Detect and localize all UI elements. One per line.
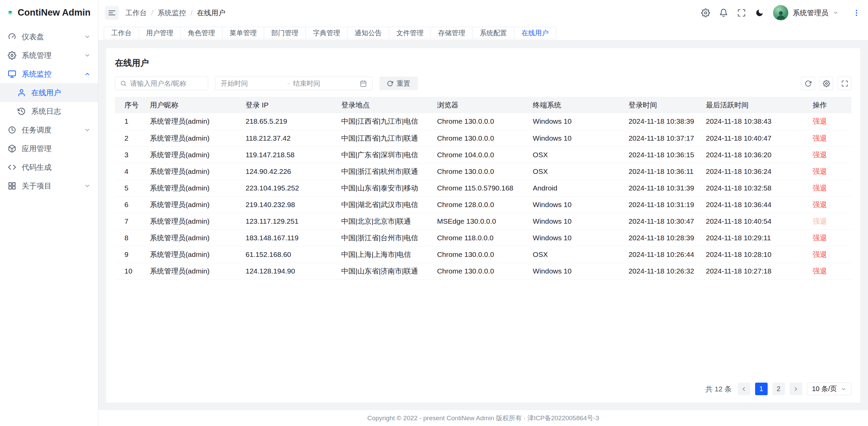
gear-icon <box>7 51 16 60</box>
user-menu[interactable]: 系统管理员 <box>773 5 839 20</box>
force-logout-link[interactable]: 强退 <box>813 167 827 175</box>
cell-login_time: 2024-11-18 10:38:39 <box>623 113 701 130</box>
force-logout-link[interactable]: 强退 <box>813 267 827 275</box>
sidebar-item-task-scheduling[interactable]: 任务调度 <box>0 121 98 139</box>
tab-系统配置[interactable]: 系统配置 <box>472 27 514 39</box>
tab-存储管理[interactable]: 存储管理 <box>431 27 473 39</box>
tab-角色管理[interactable]: 角色管理 <box>180 27 222 39</box>
force-logout-link[interactable]: 强退 <box>813 250 827 258</box>
tab-在线用户[interactable]: 在线用户 <box>514 27 556 39</box>
table-body: 1系统管理员(admin)218.65.5.219中国|江西省|九江市|电信Ch… <box>115 113 851 279</box>
sidebar-item-system-logs[interactable]: 系统日志 <box>0 102 98 121</box>
sidebar-item-online-users[interactable]: 在线用户 <box>0 83 98 102</box>
reset-button[interactable]: 重置 <box>379 77 418 90</box>
cell-no: 4 <box>115 163 144 180</box>
force-logout-link[interactable]: 强退 <box>813 234 827 242</box>
cell-os: Windows 10 <box>527 213 623 229</box>
dark-mode-button[interactable] <box>755 8 764 17</box>
tab-通知公告[interactable]: 通知公告 <box>347 27 389 39</box>
tab-部门管理[interactable]: 部门管理 <box>264 27 306 39</box>
tab-list: 工作台用户管理角色管理菜单管理部门管理字典管理通知公告文件管理存储管理系统配置在… <box>104 27 556 39</box>
moon-icon <box>755 8 764 17</box>
cell-location: 中国|湖北省|武汉市|电信 <box>336 196 432 213</box>
sidebar-item-app-management[interactable]: 应用管理 <box>0 139 98 158</box>
column-header: 最后活跃时间 <box>701 97 807 113</box>
table-refresh-button[interactable] <box>801 77 815 90</box>
breadcrumb-item[interactable]: 工作台 <box>125 8 147 18</box>
previous-page-button[interactable] <box>738 383 750 395</box>
breadcrumb-item[interactable]: 系统监控 <box>158 8 186 18</box>
tab-菜单管理[interactable]: 菜单管理 <box>222 27 264 39</box>
tab-工作台[interactable]: 工作台 <box>104 27 139 39</box>
cell-ip: 223.104.195.252 <box>240 180 336 196</box>
cell-browser: Chrome 130.0.0.0 <box>432 246 527 263</box>
sidebar-item-system-management[interactable]: 系统管理 <box>0 46 98 65</box>
table-header-row: 序号用户昵称登录 IP登录地点浏览器终端系统登录时间最后活跃时间操作 <box>115 97 851 113</box>
page-size-select[interactable]: 10 条/页 <box>807 383 851 395</box>
cell-no: 6 <box>115 196 144 213</box>
app-title: ContiNew Admin <box>18 7 91 18</box>
fullscreen-icon <box>841 80 848 87</box>
force-logout-link[interactable]: 强退 <box>813 217 827 225</box>
sidebar-item-label: 系统管理 <box>22 50 84 61</box>
cell-os: Windows 10 <box>527 229 623 246</box>
sidebar-item-dashboard[interactable]: 仪表盘 <box>0 27 98 46</box>
cell-no: 9 <box>115 246 144 263</box>
cell-os: OSX <box>527 163 623 180</box>
next-page-button[interactable] <box>790 383 802 395</box>
tab-字典管理[interactable]: 字典管理 <box>305 27 348 39</box>
cell-os: OSX <box>527 146 623 163</box>
sidebar-item-label: 任务调度 <box>22 125 84 135</box>
column-header: 登录 IP <box>240 97 336 113</box>
refresh-icon <box>387 80 393 87</box>
search-input[interactable] <box>130 80 203 87</box>
more-actions-icon[interactable] <box>852 9 861 17</box>
cell-location: 中国|浙江省|台州市|电信 <box>336 229 432 246</box>
cell-last_active: 2024-11-18 10:29:11 <box>701 229 807 246</box>
app-logo[interactable]: ContiNew Admin <box>0 0 98 25</box>
sidebar-item-system-monitor[interactable]: 系统监控 <box>0 65 98 83</box>
filter-toolbar: - 重置 <box>115 77 851 90</box>
cell-ip: 119.147.218.58 <box>240 146 336 163</box>
keyword-search <box>115 77 208 90</box>
tab-用户管理[interactable]: 用户管理 <box>139 27 181 39</box>
page-button-1[interactable]: 1 <box>755 383 768 395</box>
cell-action: 强退 <box>807 163 851 180</box>
tab-文件管理[interactable]: 文件管理 <box>389 27 431 39</box>
cell-nickname: 系统管理员(admin) <box>144 180 240 196</box>
cell-nickname: 系统管理员(admin) <box>144 113 240 130</box>
logo-icon <box>7 6 13 20</box>
cell-last_active: 2024-11-18 10:38:43 <box>701 113 807 130</box>
fullscreen-icon <box>737 8 746 17</box>
date-range-picker[interactable]: - <box>215 77 373 90</box>
cell-ip: 219.140.232.98 <box>240 196 336 213</box>
clock-icon <box>7 126 16 135</box>
cell-action: 强退 <box>807 146 851 163</box>
sidebar-item-about-project[interactable]: 关于项目 <box>0 177 98 195</box>
history-icon <box>17 107 26 116</box>
settings-button[interactable] <box>701 8 710 17</box>
force-logout-link[interactable]: 强退 <box>813 117 827 125</box>
force-logout-link[interactable]: 强退 <box>813 134 827 142</box>
sidebar-item-code-generation[interactable]: 代码生成 <box>0 158 98 177</box>
table-fullscreen-button[interactable] <box>838 77 851 90</box>
force-logout-link[interactable]: 强退 <box>813 184 827 192</box>
date-start-input[interactable] <box>221 80 284 87</box>
force-logout-link[interactable]: 强退 <box>813 151 827 159</box>
column-header: 操作 <box>807 97 851 113</box>
fullscreen-button[interactable] <box>737 8 746 17</box>
cell-nickname: 系统管理员(admin) <box>144 163 240 180</box>
table-settings-button[interactable] <box>820 77 833 90</box>
force-logout-link[interactable]: 强退 <box>813 201 827 208</box>
table-row: 8系统管理员(admin)183.148.167.119中国|浙江省|台州市|电… <box>115 229 851 246</box>
chevron-down-icon <box>84 183 91 189</box>
cell-action: 强退 <box>807 246 851 263</box>
bell-icon <box>719 8 728 17</box>
cell-ip: 61.152.168.60 <box>240 246 336 263</box>
sidebar-collapse-button[interactable] <box>105 6 119 20</box>
page-size-value: 10 条/页 <box>812 384 837 393</box>
notifications-button[interactable] <box>719 8 728 17</box>
page-button-2[interactable]: 2 <box>772 383 785 395</box>
date-end-input[interactable] <box>293 80 356 87</box>
chevron-down-icon <box>841 386 846 392</box>
